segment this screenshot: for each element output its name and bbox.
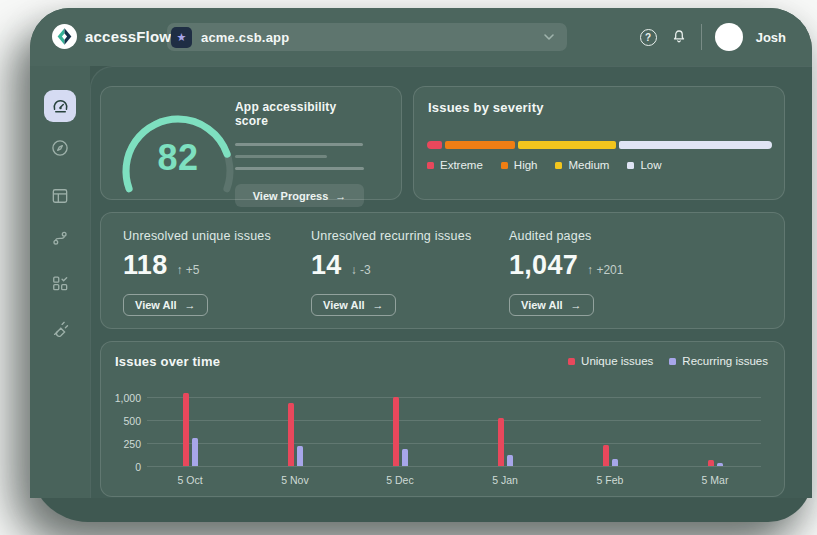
stat-value: 14 [311,250,342,281]
view-all-button[interactable]: View All → [311,294,396,316]
legend-swatch-icon [501,162,508,169]
stat-delta: ↑ +5 [176,263,199,277]
view-all-button[interactable]: View All → [509,294,594,316]
bar-unique-5-dec [393,397,399,466]
chart-y-tick-label: 1,000 [101,392,141,404]
brand-logo: accessFlow [52,24,171,49]
legend-swatch-icon [555,162,562,169]
stat-value: 118 [123,250,167,281]
severity-segment-medium [518,141,616,149]
sidebar-item-flows[interactable] [44,222,76,254]
chart-legend-item[interactable]: Recurring issues [669,355,768,367]
stat-delta: ↑ +201 [587,263,623,277]
skeleton-line [235,167,364,170]
bell-icon[interactable] [670,28,688,46]
chart-y-tick-label: 500 [101,415,141,427]
project-selector-value: acme.csb.app [201,30,289,45]
arrow-right-icon: → [571,299,582,311]
project-selector-dropdown[interactable]: ★ acme.csb.app [167,23,567,51]
severity-segment-low [619,141,772,149]
severity-segment-extreme [427,141,442,149]
bar-recurring-5-nov [297,446,303,466]
chart-x-tick-label: 5 Feb [586,474,634,486]
score-card-title: App accessibility score [235,100,365,128]
stat-value: 1,047 [509,250,578,281]
trend-up-icon: ↑ [587,263,593,277]
chart-y-tick-label: 0 [101,461,141,473]
chart-gridline [147,466,761,467]
chart-title: Issues over time [115,354,220,369]
stat-audited-pages: Audited pages 1,047 ↑ +201 View All → [509,229,623,316]
chart-y-tick-label: 250 [101,438,141,450]
sidebar-item-explore[interactable] [44,132,76,164]
accessibility-score-card: 82 App accessibility score View Progress… [100,86,402,200]
main-content: 82 App accessibility score View Progress… [90,66,812,498]
header-actions: ? Josh [640,8,786,66]
score-value: 82 [113,137,243,179]
bar-recurring-5-oct [192,438,198,466]
trend-down-icon: ↓ [351,263,357,277]
severity-legend-item: Medium [555,159,609,171]
stat-label: Unresolved recurring issues [311,229,471,243]
sidebar-item-dashboard[interactable] [44,90,76,122]
sidebar-nav [30,66,90,498]
gauge-icon [51,97,70,116]
severity-legend-item: Low [627,159,661,171]
bar-recurring-5-feb [612,459,618,466]
stat-label: Unresolved unique issues [123,229,271,243]
arrow-right-icon: → [373,299,384,311]
stat-delta: ↓ -3 [351,263,371,277]
chart-x-tick-label: 5 Oct [166,474,214,486]
bar-recurring-5-mar [717,463,723,466]
chart-x-tick-label: 5 Mar [691,474,739,486]
sidebar-item-pages[interactable] [44,180,76,212]
bar-unique-5-mar [708,460,714,466]
chart-legend-item[interactable]: Unique issues [568,355,653,367]
brand-name: accessFlow [85,28,171,45]
severity-legend-item: Extreme [427,159,483,171]
issues-over-time-card: 02505001,0005 Oct5 Nov5 Dec5 Jan5 Feb5 M… [100,341,785,497]
plug-icon [50,319,70,339]
arrow-right-icon: → [185,299,196,311]
bar-recurring-5-dec [402,449,408,466]
stat-unresolved-unique: Unresolved unique issues 118 ↑ +5 View A… [123,229,271,316]
chart-gridline [147,420,761,421]
view-progress-button[interactable]: View Progress → [235,184,364,207]
chart-x-tick-label: 5 Dec [376,474,424,486]
score-gauge: 82 [113,93,243,197]
bar-unique-5-feb [603,445,609,466]
flow-icon [50,228,70,248]
compass-icon [50,138,70,158]
severity-legend-item: High [501,159,538,171]
arrow-right-icon: → [335,190,346,202]
app-window: accessFlow ★ acme.csb.app ? Josh [30,8,812,522]
severity-card-title: Issues by severity [428,100,544,115]
chart-x-tick-label: 5 Jan [481,474,529,486]
bar-recurring-5-jan [507,455,513,467]
user-name: Josh [756,30,786,45]
issues-by-severity-card: Issues by severity ExtremeHighMediumLow [413,86,785,200]
legend-swatch-icon [427,162,434,169]
legend-swatch-icon [568,358,575,365]
severity-segment-high [445,141,515,149]
severity-stacked-bar [427,141,772,149]
checklist-icon [50,273,70,293]
bar-unique-5-nov [288,403,294,466]
sidebar-item-integrations[interactable] [44,313,76,345]
help-icon[interactable]: ? [640,29,657,46]
accessflow-logo-icon [52,24,77,49]
legend-swatch-icon [627,162,634,169]
sidebar-item-tasks[interactable] [44,267,76,299]
severity-legend: ExtremeHighMediumLow [427,159,662,171]
bar-unique-5-jan [498,418,504,466]
stat-unresolved-recurring: Unresolved recurring issues 14 ↓ -3 View… [311,229,471,316]
top-bar: accessFlow ★ acme.csb.app ? Josh [30,8,812,66]
chart-legend: Unique issuesRecurring issues [568,355,768,367]
legend-swatch-icon [669,358,676,365]
view-all-button[interactable]: View All → [123,294,208,316]
layout-icon [50,186,70,206]
chart-gridline [147,397,761,398]
user-avatar[interactable] [715,23,743,51]
bar-unique-5-oct [183,393,189,466]
stat-label: Audited pages [509,229,623,243]
